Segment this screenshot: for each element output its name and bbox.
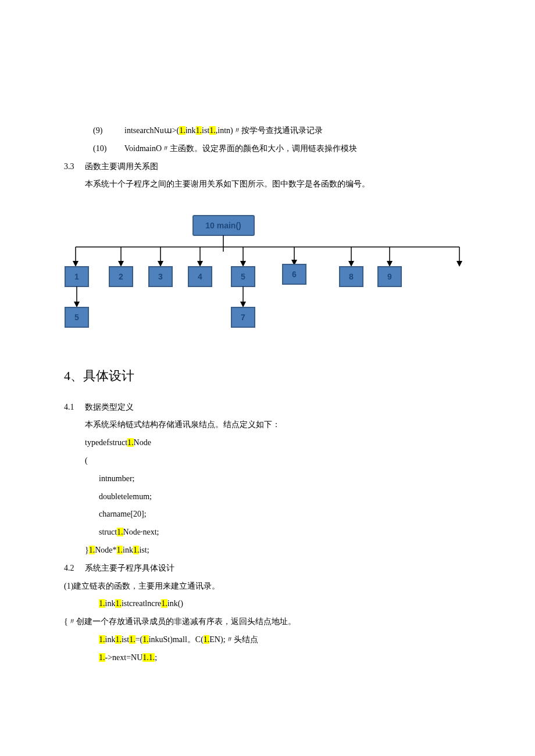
highlight: 1. [99,635,105,644]
svg-marker-4 [73,261,79,267]
section-4-1-desc: 本系统采纳链式结构存储通讯泉结点。结点定义如下： [64,416,471,434]
section-3-3-heading: 3.3函数主要调用关系图 [64,158,471,176]
code-line: 1.ink1.ist1.=(1.inkuSt)mall。C(1.EN);〃头结点 [64,631,471,649]
text: VoidmainO〃主函数。设定界面的颜色和大小，调用链表操作模块 [124,144,357,153]
section-number: 4.2 [64,564,74,572]
heading-text: 4、具体设计 [64,368,134,383]
svg-text:7: 7 [241,313,245,322]
text: ink [186,126,196,135]
code-line: }1.Node*1.ink1.ist; [64,542,471,560]
highlight: 1. [204,635,210,644]
svg-text:3: 3 [158,272,163,281]
list-item-10: (10) VoidmainO〃主函数。设定界面的颜色和大小，调用链表操作模块 [64,140,471,158]
text: 本系统采纳链式结构存储通讯泉结点。结点定义如下： [85,420,280,429]
text: ink [123,546,133,554]
section-4-1-heading: 4.1数据类型定义 [64,399,471,417]
svg-text:5: 5 [74,313,79,322]
section-title: 系统主要子程序具体设计 [85,564,174,572]
paragraph: {〃创建一个存放通讯录成员的非递减有序表，返回头结点地址。 [64,613,471,631]
text: typedefstruct [85,438,127,447]
highlight: 1. [115,599,122,608]
code-line: doubletelemum; [64,488,471,506]
section-title: 函数主要调用关系图 [85,162,158,171]
highlight: 1. [179,126,186,135]
code-line: typedefstruct1.Node [64,434,471,452]
highlight: 1. [129,635,135,644]
highlight: 1. [161,599,167,608]
text: =( [135,635,143,644]
text: ->next=NU [105,653,143,662]
text: struct [99,528,117,536]
text: ; [155,653,157,662]
item-number: (10) [93,140,116,158]
text: ink [105,599,116,608]
highlight: 1. [115,635,122,644]
text: 本系统十个子程序之间的主要谢用关系如下图所示。图中数字是各函数的编号。 [85,180,370,188]
document-page: (9) intsearchNuɯ>(1.ink1.ist1.,intn)〃按学号… [0,0,535,725]
svg-marker-29 [348,261,354,267]
code-line: struct1.Node·next; [64,524,471,542]
text: ist; [139,546,149,554]
highlight: 1. [89,546,95,554]
svg-text:6: 6 [292,270,297,279]
item-number: (9) [93,122,116,140]
text: intsearchNuɯ>( [124,126,179,135]
highlight: 1. [133,546,140,554]
heading-4: 4、具体设计 [64,362,471,390]
svg-text:8: 8 [349,272,354,281]
text: (1)建立链表的函数，主要用来建立通讯录。 [64,582,220,590]
code-line: ( [64,452,471,470]
highlight: 1. [117,546,123,554]
svg-marker-43 [240,302,246,307]
section-number: 3.3 [64,162,74,171]
code-line: 1.ink1.istcreatlncre1.ink() [64,595,471,613]
highlight: 1.1. [142,653,155,662]
list-item-9: (9) intsearchNuɯ>(1.ink1.ist1.,intn)〃按学号… [64,122,471,140]
highlight: 1. [142,635,149,644]
svg-marker-16 [197,261,203,267]
text: Node* [95,546,116,554]
text: Node [134,438,151,447]
text: istcreatlncre [122,599,161,608]
svg-marker-12 [158,261,163,267]
svg-marker-37 [456,261,462,267]
text: ink() [167,599,183,608]
text: doubletelemum; [99,492,152,501]
highlight: 1. [196,126,202,135]
text: ist [122,635,129,644]
text: ink [105,635,116,644]
section-4-2-heading: 4.2系统主要子程序具体设计 [64,560,471,578]
svg-text:9: 9 [387,272,392,281]
highlight: 1. [127,438,134,447]
svg-text:4: 4 [198,272,202,281]
highlight: 1. [209,126,216,135]
diagram-top-label: 10 main() [205,221,241,230]
highlight: 1. [99,653,105,662]
highlight: 1. [117,528,123,536]
svg-marker-39 [74,302,80,307]
text: EN);〃头结点 [209,635,258,644]
text: intnumber; [99,474,134,483]
text: ,intn)〃按学号查找通讯录记录 [216,126,323,135]
code-line: 1.->next=NU1.1.; [64,649,471,667]
svg-text:2: 2 [119,272,123,281]
code-line: intnumber; [64,470,471,488]
svg-text:1: 1 [74,272,79,281]
text: Node·next; [123,528,159,536]
text: ist [202,126,209,135]
text: inkuSt)mall。C( [149,635,204,644]
section-number: 4.1 [64,403,74,411]
svg-marker-8 [118,261,124,267]
highlight: 1. [99,599,105,608]
paragraph: (1)建立链表的函数，主要用来建立通讯录。 [64,578,471,596]
call-relation-diagram: 10 main() 1 2 3 4 [64,211,471,339]
code-line: charname[20]; [64,506,471,524]
text: } [85,546,89,554]
text: charname[20]; [99,510,147,518]
text: {〃创建一个存放通讯录成员的非递减有序表，返回头结点地址。 [64,617,296,626]
svg-text:5: 5 [241,272,245,281]
section-3-3-desc: 本系统十个子程序之间的主要谢用关系如下图所示。图中数字是各函数的编号。 [64,175,471,194]
section-title: 数据类型定义 [85,403,134,411]
svg-marker-33 [387,261,393,267]
text: ( [85,456,88,465]
